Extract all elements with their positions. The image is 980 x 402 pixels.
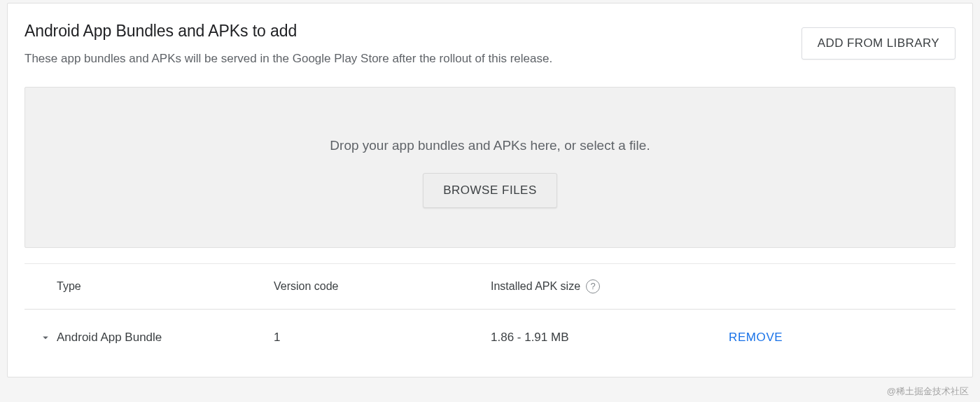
chevron-down-icon: [39, 331, 52, 344]
add-from-library-button[interactable]: ADD FROM LIBRARY: [802, 27, 955, 60]
browse-files-button[interactable]: BROWSE FILES: [423, 173, 557, 208]
cell-action: REMOVE: [729, 325, 955, 350]
column-header-apk-size-label: Installed APK size: [491, 280, 580, 293]
remove-button[interactable]: REMOVE: [729, 325, 783, 350]
title-block: Android App Bundles and APKs to add Thes…: [24, 22, 802, 67]
expand-row-button[interactable]: [34, 331, 57, 344]
table-row: Android App Bundle 1 1.86 - 1.91 MB REMO…: [24, 310, 955, 366]
column-header-apk-size: Installed APK size ?: [491, 279, 729, 293]
table-header-row: Type Version code Installed APK size ?: [24, 264, 955, 310]
upload-dropzone[interactable]: Drop your app bundles and APKs here, or …: [24, 87, 955, 248]
help-icon[interactable]: ?: [586, 279, 600, 293]
column-header-version-code: Version code: [274, 280, 491, 293]
cell-version-code: 1: [274, 331, 491, 345]
column-header-type: Type: [57, 280, 274, 293]
cell-type: Android App Bundle: [57, 331, 274, 345]
dropzone-hint: Drop your app bundles and APKs here, or …: [39, 138, 941, 153]
card-header: Android App Bundles and APKs to add Thes…: [24, 22, 955, 67]
app-bundles-card: Android App Bundles and APKs to add Thes…: [7, 3, 973, 377]
bundles-table: Type Version code Installed APK size ? A…: [24, 263, 955, 366]
section-subtitle: These app bundles and APKs will be serve…: [24, 50, 802, 67]
section-title: Android App Bundles and APKs to add: [24, 22, 802, 41]
cell-apk-size: 1.86 - 1.91 MB: [491, 331, 729, 345]
watermark: @稀土掘金技术社区: [887, 385, 969, 398]
